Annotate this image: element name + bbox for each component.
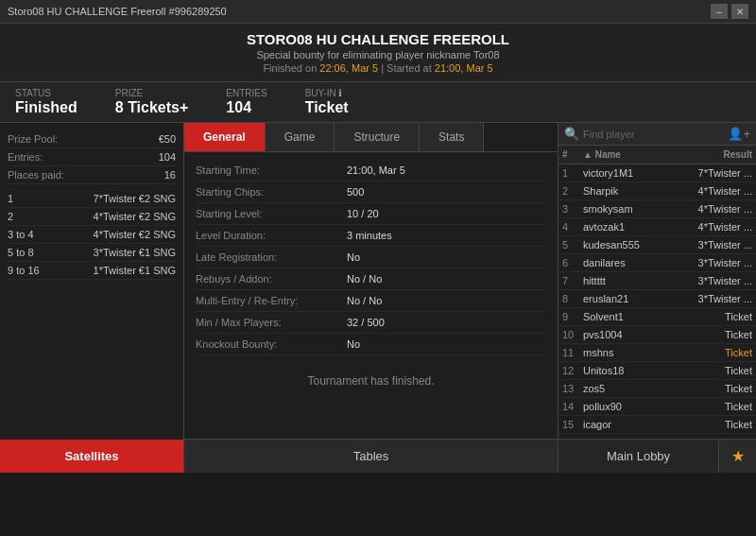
right-panel: 🔍 👤+ # ▲ Name Result 1 victory1M1 7*Twis… (558, 123, 756, 473)
player-name: pollux90 (579, 398, 669, 416)
table-row[interactable]: 8 eruslan21 3*Twister ... (558, 290, 756, 308)
prize-pool-value: €50 (159, 133, 176, 145)
table-row[interactable]: 7 hittttt 3*Twister ... (558, 272, 756, 290)
player-name: hittttt (579, 272, 669, 290)
player-name: Unitos18 (579, 362, 669, 380)
table-row[interactable]: 3 smokysam 4*Twister ... (558, 200, 756, 218)
stat-entries: Entries 104 (226, 88, 266, 116)
row-val: No (347, 338, 360, 350)
player-rank: 4 (558, 218, 579, 236)
player-name: Solvent1 (579, 308, 669, 326)
table-row[interactable]: 15 icagor Ticket (558, 416, 756, 434)
table-row[interactable]: 9 Solvent1 Ticket (558, 308, 756, 326)
satellites-button[interactable]: Satellites (0, 440, 183, 473)
tab-stats[interactable]: Stats (420, 123, 484, 151)
player-name: icagor (579, 416, 669, 434)
left-panel: Prize Pool: €50 Entries: 104 Places paid… (0, 123, 184, 473)
general-row: Rebuys / Addon: No / No (196, 268, 546, 290)
player-result: Ticket (669, 380, 756, 398)
stat-buyin: Buy-in ℹ Ticket (305, 88, 349, 116)
player-name: zos5 (579, 380, 669, 398)
player-name: avtozak1 (579, 218, 669, 236)
tournament-header: STORO08 HU CHALLENGE FREEROLL Special bo… (0, 24, 756, 82)
general-row: Late Registration: No (196, 247, 546, 268)
table-row[interactable]: 14 pollux90 Ticket (558, 398, 756, 416)
table-row[interactable]: 1 victory1M1 7*Twister ... (558, 164, 756, 182)
general-row: Level Duration: 3 minutes (196, 225, 546, 247)
title-bar: Storo08 HU CHALLENGE Freeroll #996289250… (0, 0, 756, 24)
row-key: Starting Level: (196, 208, 347, 219)
tournament-dates: Finished on 22:06, Mar 5 | Started at 21… (9, 62, 747, 74)
player-rank: 6 (558, 254, 579, 272)
table-row[interactable]: 5 kudesan555 3*Twister ... (558, 236, 756, 254)
close-button[interactable]: ✕ (731, 4, 748, 19)
player-result: 4*Twister ... (669, 200, 756, 218)
table-row[interactable]: 13 zos5 Ticket (558, 380, 756, 398)
main-lobby-button[interactable]: Main Lobby (558, 440, 718, 473)
row-key: Late Registration: (196, 251, 347, 263)
player-name: eruslan21 (579, 290, 669, 308)
general-row: Starting Time: 21:00, Mar 5 (196, 160, 546, 182)
stat-prize-label: Prize (115, 88, 189, 98)
add-player-icon[interactable]: 👤+ (728, 127, 750, 141)
player-rank: 13 (558, 380, 579, 398)
table-row[interactable]: 12 Unitos18 Ticket (558, 362, 756, 380)
date-separator: | Started at (381, 62, 432, 74)
player-result: 3*Twister ... (669, 290, 756, 308)
player-result: 4*Twister ... (669, 218, 756, 236)
finished-message: Tournament has finished. (196, 355, 546, 406)
places-paid-row: Places paid: 16 (8, 166, 176, 184)
row-key: Level Duration: (196, 230, 347, 241)
prize-table: Prize Pool: €50 Entries: 104 Places paid… (0, 123, 183, 440)
place-2: 2 (8, 211, 13, 222)
table-row[interactable]: 2 Sharpik 4*Twister ... (558, 182, 756, 200)
table-row[interactable]: 10 pvs1004 Ticket (558, 326, 756, 344)
player-rank: 14 (558, 398, 579, 416)
tab-game[interactable]: Game (266, 123, 335, 151)
window-controls: – ✕ (711, 4, 748, 19)
row-val: 10 / 20 (347, 208, 379, 219)
stat-buyin-label: Buy-in ℹ (305, 88, 349, 98)
table-row[interactable]: 11 mshns Ticket (558, 344, 756, 362)
stat-prize-value: 8 Tickets+ (115, 99, 189, 116)
player-name: kudesan555 (579, 236, 669, 254)
tournament-subtitle: Special bounty for eliminating player ni… (9, 49, 747, 61)
tab-structure[interactable]: Structure (335, 123, 420, 151)
player-result: 3*Twister ... (669, 254, 756, 272)
table-row[interactable]: 6 danilares 3*Twister ... (558, 254, 756, 272)
tables-button[interactable]: Tables (184, 440, 558, 473)
minimize-button[interactable]: – (711, 4, 728, 19)
row-key: Starting Time: (196, 164, 347, 176)
place-5-8: 5 to 8 (8, 247, 34, 258)
player-result: 3*Twister ... (669, 236, 756, 254)
stats-bar: Status Finished Prize 8 Tickets+ Entries… (0, 82, 756, 123)
place-row: 2 4*Twister €2 SNG (8, 208, 176, 226)
col-rank: # (558, 146, 579, 164)
search-input[interactable] (583, 129, 724, 140)
prize-3-4: 4*Twister €2 SNG (94, 229, 176, 240)
player-result: Ticket (669, 398, 756, 416)
row-key: Multi-Entry / Re-Entry: (196, 295, 347, 306)
row-val: 500 (347, 186, 364, 198)
player-rank: 12 (558, 362, 579, 380)
row-val: No (347, 251, 360, 263)
started-date: 21:00, Mar 5 (435, 62, 493, 74)
row-key: Min / Max Players: (196, 317, 347, 328)
place-row: 5 to 8 3*Twister €1 SNG (8, 244, 176, 262)
search-icon: 🔍 (564, 127, 579, 141)
buyin-info-icon[interactable]: ℹ (338, 88, 342, 98)
row-val: No / No (347, 273, 382, 285)
player-name: mshns (579, 344, 669, 362)
tabs-row: General Game Structure Stats (184, 123, 558, 152)
player-name: Sharpik (579, 182, 669, 200)
tab-general[interactable]: General (184, 123, 266, 151)
players-table: # ▲ Name Result 1 victory1M1 7*Twister .… (558, 146, 756, 439)
stat-status-value: Finished (15, 99, 77, 116)
prize-5-8: 3*Twister €1 SNG (94, 247, 176, 258)
center-panel: General Game Structure Stats Starting Ti… (184, 123, 558, 473)
favorite-button[interactable]: ★ (718, 440, 756, 473)
player-rank: 1 (558, 164, 579, 182)
entries-label: Entries: (8, 151, 43, 163)
table-row[interactable]: 4 avtozak1 4*Twister ... (558, 218, 756, 236)
player-name: pvs1004 (579, 326, 669, 344)
